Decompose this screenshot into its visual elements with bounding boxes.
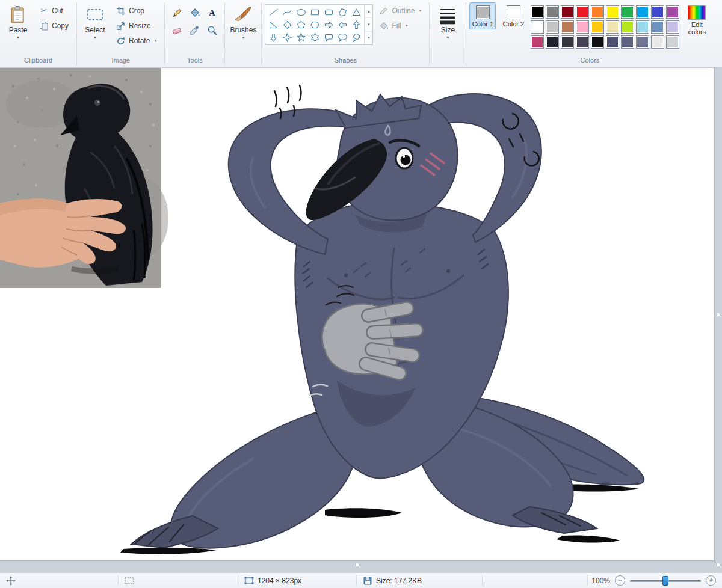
palette-swatch-1-1[interactable] [546,20,559,34]
cut-button[interactable]: ✂ Cut [35,4,73,17]
shape-right-triangle[interactable] [267,19,280,31]
palette-swatch-0-7[interactable] [636,5,649,19]
shape-rounded-callout[interactable] [322,31,335,43]
color-picker-tool-button[interactable] [187,23,202,38]
zoom-out-button[interactable]: − [615,575,625,586]
palette-swatch-2-2[interactable] [561,35,574,49]
zoom-in-button[interactable]: + [706,575,716,586]
palette-swatch-2-1[interactable] [546,35,559,49]
canvas-size-icon [244,576,254,586]
palette-swatch-0-1[interactable] [546,5,559,19]
edit-colors-button[interactable]: Edit colors [683,2,710,37]
zoom-slider[interactable] [630,575,701,586]
outline-icon [379,6,389,16]
palette-swatch-2-7[interactable] [636,35,649,49]
brushes-button[interactable]: Brushes ▾ [228,2,258,41]
size-dropdown-arrow: ▾ [446,35,449,40]
rotate-button[interactable]: Rotate ▾ [113,34,161,47]
palette-swatch-0-8[interactable] [651,5,664,19]
shape-right-arrow[interactable] [322,19,335,31]
palette-swatch-2-6[interactable] [621,35,634,49]
shape-down-arrow[interactable] [267,31,280,43]
palette-swatch-0-0[interactable] [531,5,544,19]
shape-rounded-rectangle[interactable] [322,6,335,18]
text-tool-button[interactable]: A [205,5,220,20]
bird-drawing [120,85,644,554]
shape-triangle[interactable] [350,6,363,18]
shape-cloud-callout[interactable] [350,31,363,43]
shape-oval[interactable] [294,6,307,18]
select-button[interactable]: Select ▾ [80,2,110,41]
palette-swatch-0-6[interactable] [621,5,634,19]
shapes-scroll-down[interactable]: ▼ [365,17,372,31]
palette-swatch-1-2[interactable] [561,20,574,34]
fill-dropdown[interactable]: Fill ▾ [375,19,426,32]
eraser-tool-button[interactable] [170,23,185,38]
palette-swatch-0-9[interactable] [666,5,679,19]
magnifier-tool-button[interactable] [205,23,220,38]
zoom-slider-handle[interactable] [662,576,668,586]
color1-button[interactable]: Color 1 [469,2,496,29]
shape-six-point-star[interactable] [308,31,321,43]
palette-swatch-0-2[interactable] [561,5,574,19]
shapes-grid [265,5,364,44]
cut-icon: ✂ [39,6,49,16]
shape-line[interactable] [267,6,280,18]
shape-five-point-star[interactable] [294,31,307,43]
shape-hexagon[interactable] [308,19,321,31]
shape-up-arrow[interactable] [350,19,363,31]
canvas-resize-handle-right[interactable] [717,313,720,316]
canvas-dimensions: 1204 × 823px [258,577,301,585]
palette-swatch-1-9[interactable] [666,20,679,34]
shape-oval-callout[interactable] [336,31,349,43]
palette-swatch-2-5[interactable] [606,35,619,49]
palette-swatch-2-9[interactable] [666,35,679,49]
shape-curve[interactable] [280,6,294,18]
palette-swatch-2-8[interactable] [651,35,664,49]
color1-label: Color 1 [471,20,494,28]
fill-with-color-tool-button[interactable] [187,5,202,20]
palette-swatch-1-4[interactable] [591,20,604,34]
shapes-scroll-up[interactable]: ▲ [365,5,372,17]
outline-dropdown[interactable]: Outline ▾ [375,4,426,17]
drawing-canvas[interactable] [0,68,715,561]
resize-button[interactable]: Resize [113,19,161,32]
palette-swatch-1-7[interactable] [636,20,649,34]
palette-swatch-2-0[interactable] [531,35,544,49]
paste-icon [8,5,28,25]
shape-rectangle[interactable] [308,6,321,18]
tools-grid: A [168,2,221,38]
canvas-resize-handle-corner[interactable] [717,563,720,566]
size-button[interactable]: Size ▾ [433,2,463,41]
shape-diamond[interactable] [280,19,294,31]
select-icon [85,5,105,25]
palette-swatch-1-6[interactable] [621,20,634,34]
shape-pentagon[interactable] [294,19,307,31]
palette-swatch-2-3[interactable] [576,35,589,49]
shape-four-point-star[interactable] [280,31,294,43]
color1-swatch [476,5,490,19]
shape-polygon[interactable] [336,6,349,18]
color2-button[interactable]: Color 2 [500,2,526,29]
copy-button[interactable]: Copy [35,19,73,32]
rotate-dropdown-arrow: ▾ [154,38,156,43]
palette-swatch-1-5[interactable] [606,20,619,34]
select-dropdown-arrow: ▾ [94,35,96,40]
ribbon-group-size: Size ▾ [430,0,466,67]
canvas-resize-handle-bottom[interactable] [356,563,359,566]
palette-swatch-0-3[interactable] [576,5,589,19]
pencil-tool-button[interactable] [170,5,185,20]
palette-swatch-2-4[interactable] [591,35,604,49]
shape-left-arrow[interactable] [336,19,349,31]
palette-swatch-1-8[interactable] [651,20,664,34]
shapes-more-dropdown[interactable]: ▼ [365,31,372,44]
shapes-group-label: Shapes [265,57,426,67]
crop-button[interactable]: Crop [113,4,161,17]
shapes-scrollbar: ▲ ▼ ▼ [364,5,372,44]
palette-swatch-0-4[interactable] [591,5,604,19]
palette-swatch-1-3[interactable] [576,20,589,34]
svg-text:A: A [209,8,216,17]
palette-swatch-0-5[interactable] [606,5,619,19]
palette-swatch-1-0[interactable] [531,20,544,34]
paste-button[interactable]: Paste ▾ [3,2,33,41]
